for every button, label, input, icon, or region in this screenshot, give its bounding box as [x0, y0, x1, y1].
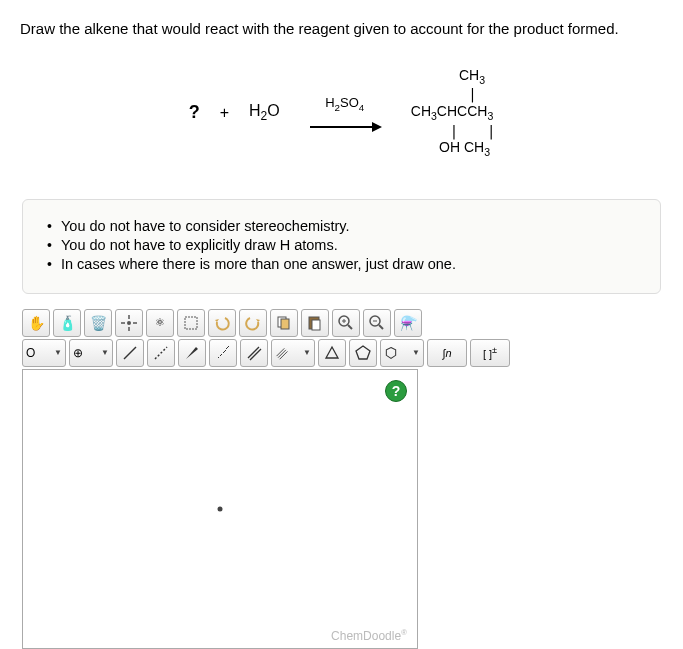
undo-icon	[213, 314, 231, 332]
settings-tool[interactable]: ⚗️	[394, 309, 422, 337]
paint-icon: 🧴	[59, 316, 76, 330]
svg-rect-3	[281, 319, 289, 329]
chemdoodle-branding: ChemDoodle®	[331, 628, 407, 643]
drawing-canvas[interactable]: ? ChemDoodle®	[22, 369, 418, 649]
charge-icon: ⊕	[73, 346, 83, 360]
help-button[interactable]: ?	[385, 380, 407, 402]
drawing-widget: ✋ 🧴 🗑️ ⚛	[22, 309, 661, 649]
zoom-in-icon	[337, 314, 355, 332]
double-bond-icon	[245, 344, 263, 362]
reaction-equation: ? + H2O H2SO4 CH3 | CH3CHCCH3 | | OH CH3	[20, 67, 663, 159]
hash-bond-tool[interactable]	[209, 339, 237, 367]
template-tool[interactable]: ⚛	[146, 309, 174, 337]
trash-tool[interactable]: 🗑️	[84, 309, 112, 337]
svg-rect-1	[185, 317, 197, 329]
trash-icon: 🗑️	[90, 316, 107, 330]
molecule-icon: ⚛	[155, 317, 165, 328]
wedge-bond-icon	[183, 344, 201, 362]
wedge-bond-tool[interactable]	[178, 339, 206, 367]
ring6-dropdown[interactable]: ▼	[380, 339, 424, 367]
instruction-item: You do not have to consider stereochemis…	[43, 218, 640, 234]
paste-tool[interactable]	[301, 309, 329, 337]
pentagon-icon	[354, 344, 372, 362]
svg-rect-5	[312, 320, 320, 330]
redo-tool[interactable]	[239, 309, 267, 337]
reagent-h2o: H2O	[249, 102, 280, 123]
chevron-down-icon: ▼	[101, 348, 109, 357]
undo-tool[interactable]	[208, 309, 236, 337]
lasso-icon	[182, 314, 200, 332]
toolbar-top: ✋ 🧴 🗑️ ⚛	[22, 309, 661, 337]
hand-icon: ✋	[28, 316, 45, 330]
triple-bond-dropdown[interactable]: ▼	[271, 339, 315, 367]
triple-bond-icon	[275, 344, 289, 362]
hexagon-icon	[384, 344, 398, 362]
selection-tool[interactable]	[177, 309, 205, 337]
hand-tool[interactable]: ✋	[22, 309, 50, 337]
product-structure: CH3 | CH3CHCCH3 | | OH CH3	[410, 67, 495, 159]
zoom-out-icon	[368, 314, 386, 332]
script-icon: ∫n	[442, 347, 451, 359]
center-icon	[120, 314, 138, 332]
plus-sign: +	[220, 104, 229, 122]
triangle-icon	[323, 344, 341, 362]
paint-tool[interactable]: 🧴	[53, 309, 81, 337]
brackets-tool[interactable]: [ ]±	[470, 339, 510, 367]
instruction-item: You do not have to explicitly draw H ato…	[43, 237, 640, 253]
element-dropdown[interactable]: O ▼	[22, 339, 66, 367]
dashed-bond-icon	[152, 344, 170, 362]
element-label: O	[26, 346, 35, 360]
single-bond-icon	[121, 344, 139, 362]
reaction-arrow-container: H2SO4	[300, 95, 390, 132]
zoom-in-tool[interactable]	[332, 309, 360, 337]
copy-tool[interactable]	[270, 309, 298, 337]
instructions-panel: You do not have to consider stereochemis…	[22, 199, 661, 294]
zoom-out-tool[interactable]	[363, 309, 391, 337]
reaction-arrow	[310, 126, 380, 128]
script-tool[interactable]: ∫n	[427, 339, 467, 367]
ring3-tool[interactable]	[318, 339, 346, 367]
brackets-icon: [ ]±	[483, 345, 497, 360]
question-text: Draw the alkene that would react with th…	[20, 20, 663, 37]
hash-bond-icon	[214, 344, 232, 362]
toolbar-bottom: O ▼ ⊕ ▼ ▼	[22, 339, 661, 367]
chevron-down-icon: ▼	[412, 348, 420, 357]
ring5-tool[interactable]	[349, 339, 377, 367]
redo-icon	[244, 314, 262, 332]
chevron-down-icon: ▼	[54, 348, 62, 357]
single-bond-tool[interactable]	[116, 339, 144, 367]
center-tool[interactable]	[115, 309, 143, 337]
double-bond-tool[interactable]	[240, 339, 268, 367]
svg-point-0	[127, 321, 131, 325]
chevron-down-icon: ▼	[303, 348, 311, 357]
settings-icon: ⚗️	[400, 316, 417, 330]
canvas-center-dot	[218, 506, 223, 511]
paste-icon	[306, 314, 324, 332]
unknown-reactant: ?	[189, 102, 200, 123]
copy-icon	[275, 314, 293, 332]
catalyst-label: H2SO4	[300, 95, 390, 113]
instruction-item: In cases where there is more than one an…	[43, 256, 640, 272]
dashed-bond-tool[interactable]	[147, 339, 175, 367]
charge-dropdown[interactable]: ⊕ ▼	[69, 339, 113, 367]
